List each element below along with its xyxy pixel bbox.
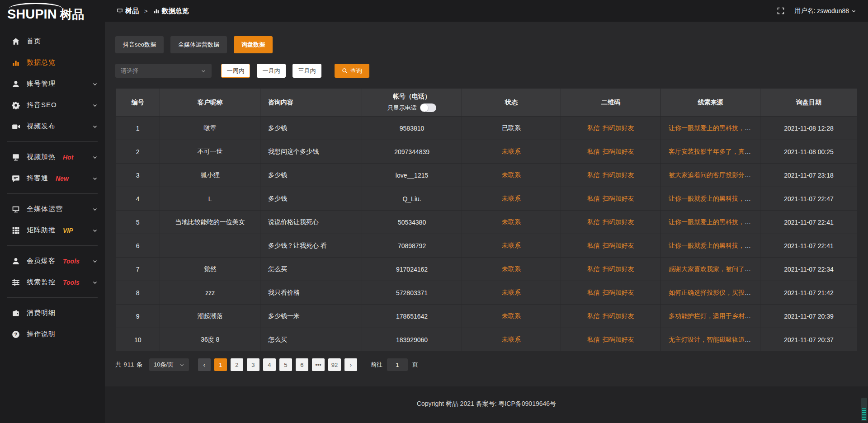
page-button-4[interactable]: 4: [263, 358, 276, 371]
scan-add-friend-link[interactable]: 扫码加好友: [603, 148, 634, 155]
page-button-92[interactable]: 92: [328, 358, 341, 371]
private-message-link[interactable]: 私信: [587, 242, 600, 249]
sidebar-item-member[interactable]: 会员爆客 Tools: [0, 250, 105, 272]
sidebar-item-video[interactable]: 视频发布: [0, 116, 105, 137]
scan-add-friend-link[interactable]: 扫码加好友: [603, 218, 634, 226]
table-row: 8 zzz 我只看价格 572803371 未联系 私信扫码加好友 如何正确选择…: [116, 281, 858, 305]
page-size-select[interactable]: 10条/页: [149, 358, 189, 371]
sidebar-divider: [7, 297, 98, 298]
scan-add-friend-link[interactable]: 扫码加好友: [603, 171, 634, 179]
goto-page-input[interactable]: [387, 358, 408, 371]
floating-widget[interactable]: [861, 398, 867, 421]
sidebar-item-label: 消费明细: [27, 309, 56, 317]
range-button-2[interactable]: 一月内: [257, 64, 286, 78]
scan-add-friend-link[interactable]: 扫码加好友: [603, 195, 634, 202]
table-row: 6 多少钱？让我死心 看 70898792 未联系 私信扫码加好友 让你一眼就爱…: [116, 234, 858, 258]
scan-add-friend-link[interactable]: 扫码加好友: [603, 336, 634, 343]
home-icon: [12, 38, 20, 46]
header-no: 编号: [116, 89, 160, 117]
fullscreen-icon[interactable]: [777, 7, 784, 14]
page-button-2[interactable]: 2: [231, 358, 243, 371]
sidebar-item-screen[interactable]: 视频加热 Hot: [0, 146, 105, 168]
sidebar-item-sliders[interactable]: 线索监控 Tools: [0, 272, 105, 293]
goto-unit: 页: [412, 361, 418, 369]
lead-source-link[interactable]: 让你一眼就爱上的黑科技，能...: [669, 195, 756, 202]
sidebar-divider: [7, 193, 98, 194]
scan-add-friend-link[interactable]: 扫码加好友: [603, 242, 634, 249]
scan-add-friend-link[interactable]: 扫码加好友: [603, 312, 634, 320]
private-message-link[interactable]: 私信: [587, 336, 600, 343]
scan-add-friend-link[interactable]: 扫码加好友: [603, 265, 634, 273]
lead-source-link[interactable]: 如何正确选择投影仪，买投影...: [669, 289, 756, 296]
table-row: 3 狐小狸 多少钱 love__1215 未联系 私信扫码加好友 被大家追着问的…: [116, 164, 858, 187]
table-row: 2 不可一世 我想问这个多少钱 2097344839 未联系 私信扫码加好友 客…: [116, 140, 858, 164]
table-row: 5 当地比较能吃的一位美女 说说价格让我死心 50534380 未联系 私信扫码…: [116, 211, 858, 234]
search-button[interactable]: 查询: [335, 64, 369, 78]
scan-add-friend-link[interactable]: 扫码加好友: [603, 124, 634, 132]
sidebar-item-label: 全媒体运营: [27, 205, 63, 213]
private-message-link[interactable]: 私信: [587, 171, 600, 179]
range-button-1[interactable]: 一周内: [221, 64, 250, 78]
lead-source-link[interactable]: 多功能护栏灯，适用于乡村文...: [669, 312, 756, 320]
filter-select[interactable]: 请选择: [115, 64, 212, 78]
sidebar-item-grid[interactable]: 矩阵助推 VIP: [0, 220, 105, 241]
cell-no: 8: [116, 281, 160, 305]
lead-source-link[interactable]: 让你一眼就爱上的黑科技，能...: [669, 242, 756, 249]
cell-date: 2021-11-07 22:47: [760, 187, 858, 211]
private-message-link[interactable]: 私信: [587, 312, 600, 320]
sidebar-item-chat[interactable]: 抖客通 New: [0, 168, 105, 189]
sidebar-item-monitor[interactable]: 全媒体运营: [0, 198, 105, 220]
breadcrumb: 树品 > 数据总览: [117, 7, 189, 15]
cell-content: 多少钱？让我死心 看: [260, 234, 362, 258]
user-menu[interactable]: 用户名: zswodun88: [794, 7, 856, 15]
page-ellipsis[interactable]: •••: [312, 358, 325, 371]
lead-source-link[interactable]: 让你一眼就爱上的黑科技，能...: [669, 124, 756, 132]
cell-nickname: 狐小狸: [160, 164, 260, 187]
prev-page-button[interactable]: ‹: [198, 358, 211, 371]
tab-1[interactable]: 抖音seo数据: [115, 36, 164, 53]
lead-source-link[interactable]: 客厅安装投影半年多了，真实...: [669, 148, 756, 155]
sidebar-item-user[interactable]: 账号管理: [0, 73, 105, 94]
phone-only-toggle[interactable]: [420, 103, 436, 112]
scan-add-friend-link[interactable]: 扫码加好友: [603, 289, 634, 296]
private-message-link[interactable]: 私信: [587, 218, 600, 226]
private-message-link[interactable]: 私信: [587, 265, 600, 273]
private-message-link[interactable]: 私信: [587, 148, 600, 155]
breadcrumb-root[interactable]: 树品: [117, 7, 139, 15]
lead-source-link[interactable]: 无主灯设计，智能磁吸轨道灯...: [669, 336, 756, 343]
grid-icon: [12, 226, 20, 235]
sidebar-item-label: 视频加热: [27, 153, 56, 161]
sidebar-item-home[interactable]: 首页: [0, 31, 105, 52]
tab-3[interactable]: 询盘数据: [234, 36, 273, 53]
sidebar-item-label: 数据总览: [27, 58, 56, 67]
svg-text:?: ?: [14, 331, 18, 337]
range-button-3[interactable]: 三月内: [292, 64, 321, 78]
cell-account: 917024162: [362, 258, 462, 281]
sidebar-item-wallet[interactable]: 消费明细: [0, 302, 105, 324]
tab-2[interactable]: 全媒体运营数据: [170, 36, 227, 53]
cell-nickname: L: [160, 187, 260, 211]
sidebar-item-chart[interactable]: 数据总览: [0, 52, 105, 73]
page-button-3[interactable]: 3: [247, 358, 259, 371]
next-page-button[interactable]: ›: [344, 358, 357, 371]
private-message-link[interactable]: 私信: [587, 195, 600, 202]
cell-qrcode: 私信扫码加好友: [561, 211, 661, 234]
page-button-1[interactable]: 1: [214, 358, 227, 371]
cell-account: Q_Liu.: [362, 187, 462, 211]
table-row: 4 L 多少钱 Q_Liu. 未联系 私信扫码加好友 让你一眼就爱上的黑科技，能…: [116, 187, 858, 211]
sidebar-item-gear[interactable]: 抖音SEO: [0, 94, 105, 116]
total-count: 共 911 条: [115, 361, 143, 369]
lead-source-link[interactable]: 让你一眼就爱上的黑科技，能...: [669, 218, 756, 226]
lead-source-link[interactable]: 被大家追着问的客厅投影分享...: [669, 171, 756, 179]
sidebar-item-question[interactable]: ? 操作说明: [0, 324, 105, 345]
private-message-link[interactable]: 私信: [587, 289, 600, 296]
private-message-link[interactable]: 私信: [587, 124, 600, 132]
sliders-icon: [12, 278, 20, 287]
breadcrumb-current[interactable]: 数据总览: [153, 7, 189, 15]
page-button-6[interactable]: 6: [296, 358, 308, 371]
page-button-5[interactable]: 5: [279, 358, 292, 371]
cell-content: 多少钱一米: [260, 305, 362, 328]
cell-account: 572803371: [362, 281, 462, 305]
lead-source-link[interactable]: 感谢大家喜欢我家，被问了好...: [669, 265, 756, 273]
cell-source: 多功能护栏灯，适用于乡村文...: [661, 305, 760, 328]
